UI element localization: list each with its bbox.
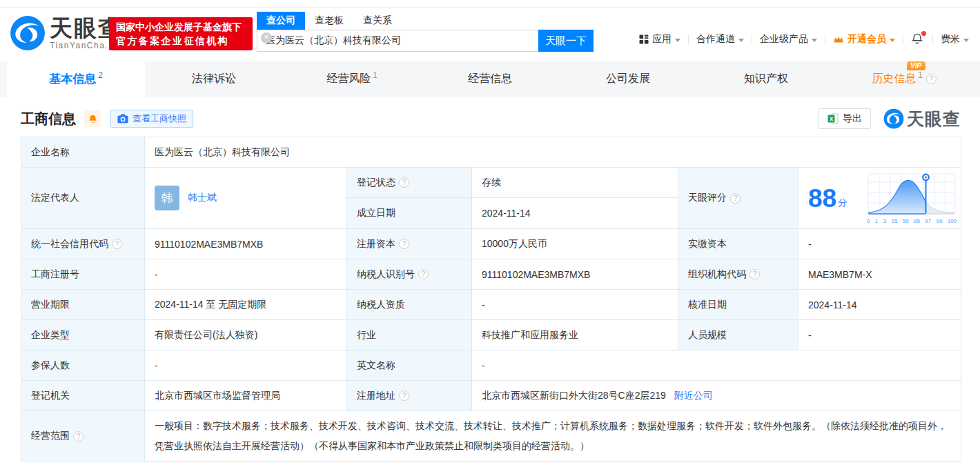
chevron-down-icon [812,39,817,42]
search-tab-relation[interactable]: 查关系 [353,12,402,30]
label-staff-size: 人员规模 [678,320,798,350]
value-org-code: MAE3MB7M-X [798,259,961,290]
tab-ip-label: 知识产权 [744,72,788,86]
snapshot-button[interactable]: 查看工商快照 [110,110,193,128]
value-est-date: 2024-11-14 [472,198,678,229]
nav-apps[interactable]: 应用 [639,33,680,46]
tab-risk[interactable]: 经营风险 1 [283,61,421,97]
label-est-date: 成立日期 [347,198,472,229]
notification-bell-icon[interactable] [911,32,925,46]
apps-grid-icon [639,34,649,44]
tab-development-label: 公司发展 [606,72,650,86]
export-button-label: 导出 [843,112,862,125]
label-reg-status: 登记状态? [347,168,472,198]
label-business-scope: 经营范围? [21,411,145,462]
gov-certification-badge: 国家中小企业发展子基金旗下 官方备案企业征信机构 [109,17,253,50]
nav-divider [688,34,689,44]
nav-vip-upgrade[interactable]: 开通会员 [833,33,895,46]
gov-badge-line2: 官方备案企业征信机构 [116,34,246,48]
value-reg-status: 存续 [472,168,678,198]
nav-divider [825,34,825,44]
tab-risk-badge: 1 [373,70,378,80]
score-distribution-chart: 01 315 5085 9799 100 [867,172,957,224]
label-taxpayer-quality: 纳税人资质 [347,290,472,320]
value-reg-address: 北京市西城区新街口外大街28号C座2层219 附近公司 [472,381,961,411]
nav-divider [932,34,933,44]
label-business-term: 营业期限 [21,290,145,320]
help-icon[interactable]: ? [730,193,741,204]
search-button[interactable]: 天眼一下 [538,30,594,52]
help-icon[interactable]: ? [73,431,84,442]
value-reg-authority: 北京市西城区市场监督管理局 [145,381,347,411]
value-company-type: 有限责任公司(法人独资) [145,320,347,350]
value-score: 88 分 [798,168,961,229]
tab-ip[interactable]: 知识产权 [697,61,835,97]
nearby-companies-link[interactable]: 附近公司 [674,390,713,401]
label-reg-authority: 登记机关 [21,381,145,411]
value-business-term: 2024-11-14 至 无固定期限 [145,290,347,320]
value-paid-capital: - [798,229,961,259]
help-icon[interactable]: ? [749,269,760,279]
search-tab-boss[interactable]: 查老板 [305,12,353,30]
help-icon[interactable]: ? [418,269,429,279]
legal-rep-link[interactable]: 韩士斌 [188,192,217,204]
nav-user-label: 费米 [941,33,960,46]
monitor-bell-icon[interactable] [84,110,101,127]
search-tabs: 查公司 查老板 查关系 [257,10,594,30]
tab-history[interactable]: 历史信息 VIP 1 ? [835,61,973,97]
tab-operation[interactable]: 经营信息 [421,61,559,97]
tab-legal-label: 法律诉讼 [192,72,236,86]
snapshot-button-label: 查看工商快照 [133,112,186,125]
chevron-down-icon [675,39,680,42]
search-clear-icon[interactable]: × [261,32,272,43]
nav-user[interactable]: 费米 [941,33,969,46]
label-english-name: 英文名称 [347,350,472,381]
search-tab-company[interactable]: 查公司 [257,12,305,30]
value-approval-date: 2024-11-14 [798,290,961,320]
tianyancha-swirl-icon [10,15,46,51]
export-button[interactable]: x 导出 [819,108,871,129]
nav-partner[interactable]: 合作通道 [696,33,744,46]
nav-vip-label: 开通会员 [847,33,886,46]
value-legal-rep: 韩 韩士斌 [145,168,347,229]
help-icon[interactable]: ? [399,177,409,188]
label-company-name: 企业名称 [21,137,145,168]
tab-operation-label: 经营信息 [468,72,512,86]
label-taxpayer-id: 纳税人识别号? [347,259,472,290]
help-icon[interactable]: ? [399,390,409,401]
value-english-name: - [472,350,961,381]
help-icon[interactable]: ? [926,74,937,84]
crown-icon [833,34,844,44]
label-approval-date: 核准日期 [678,290,798,320]
nav-enterprise[interactable]: 企业级产品 [760,33,817,46]
help-icon[interactable]: ? [112,239,122,249]
label-paid-capital: 实缴资本 [678,229,798,259]
tab-basic-info[interactable]: 基本信息 2 [7,61,145,97]
vip-badge: VIP [907,61,925,70]
nav-divider [752,34,752,44]
header: 天眼查 TianYanCha.com 国家中小企业发展子基金旗下 官方备案企业征… [0,8,980,61]
label-reg-number: 工商注册号 [21,259,145,290]
search-input[interactable] [257,30,538,52]
nav-divider [903,34,903,44]
tianyancha-swirl-icon [883,108,904,129]
tab-development[interactable]: 公司发展 [559,61,697,97]
section-header: 工商信息 查看工商快照 x 导出 [21,105,961,132]
tab-legal[interactable]: 法律诉讼 [145,61,283,97]
value-taxpayer-id: 91110102MAE3MB7MXB [472,259,678,290]
help-icon[interactable]: ? [399,239,409,249]
legal-rep-avatar[interactable]: 韩 [155,186,179,210]
value-uscc: 91110102MAE3MB7MXB [145,229,347,259]
excel-icon: x [827,113,839,124]
label-score: 天眼评分? [678,168,798,229]
label-org-code: 组织机构代码? [678,259,798,290]
label-reg-capital: 注册资本? [347,229,472,259]
tab-basic-info-badge: 2 [98,70,103,80]
tianyancha-watermark: 天眼查 [883,108,961,130]
tab-risk-label: 经营风险 [326,72,371,86]
nav-enterprise-label: 企业级产品 [760,33,808,46]
score-unit: 分 [838,197,847,209]
score-value: 88 [808,186,836,211]
value-business-scope: 一般项目：数字技术服务；技术服务、技术开发、技术咨询、技术交流、技术转让、技术推… [145,411,961,462]
value-reg-capital: 10000万人民币 [472,229,678,259]
